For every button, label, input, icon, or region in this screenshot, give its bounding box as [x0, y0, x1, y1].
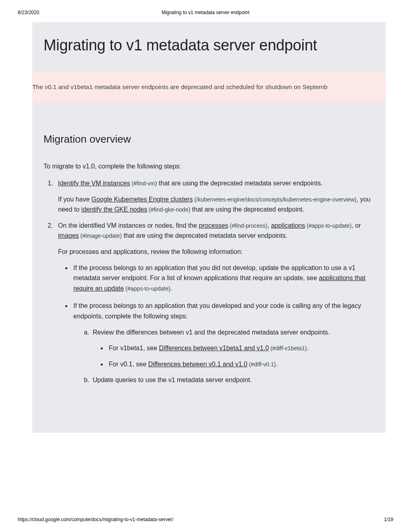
step2-bullets: If the process belongs to an application… — [58, 263, 374, 385]
b1-lead: If the process belongs to an application… — [73, 264, 355, 282]
step-1: Identify the VM instances (#find-vm) tha… — [55, 178, 374, 215]
warning-text: The v0.1 and v1beta1 metadata server end… — [32, 83, 328, 90]
ref-apps-to-update: (#apps-to-update) — [305, 222, 351, 229]
step2-tail: that are using the deprecated metadata s… — [122, 232, 287, 239]
alpha-update-text: Update queries to use the v1 metadata se… — [93, 376, 252, 383]
step1-p2-lead: If you have — [58, 196, 91, 203]
print-date: 8/23/2020 — [18, 10, 39, 15]
ref-diff-v1beta1: (#diff-v1beta1) — [269, 345, 307, 351]
bullet-not-developed: If the process belongs to an application… — [72, 263, 374, 294]
step1-tail: that are using the deprecated metadata s… — [157, 180, 323, 187]
link-applications[interactable]: applications — [271, 222, 305, 229]
alpha-review: Review the differences between v1 and th… — [91, 327, 374, 370]
ref-find-process: (#find-process) — [228, 222, 267, 229]
overview-intro: To migrate to v1.0, complete the followi… — [32, 153, 386, 172]
footer-page: 1/19 — [384, 517, 393, 522]
step2-lead: On the identified VM instances or nodes,… — [58, 222, 199, 229]
alpha-update: Update queries to use the v1 metadata se… — [91, 375, 374, 385]
diff-v1beta1: For v1beta1, see Differences between v1b… — [107, 343, 374, 353]
alpha-steps: Review the differences between v1 and th… — [73, 327, 374, 385]
ref-gke-overview: (/kubernetes-engine/docs/concepts/kubern… — [193, 196, 356, 203]
footer-url: https://cloud.google.com/compute/docs/mi… — [18, 517, 173, 522]
migration-steps-list: Identify the VM instances (#find-vm) tha… — [32, 172, 386, 385]
content-panel: Migrating to v1 metadata server endpoint… — [32, 22, 386, 433]
diff-list: For v1beta1, see Differences between v1b… — [93, 343, 374, 369]
warning-banner: ng: The v0.1 and v1beta1 metadata server… — [32, 72, 386, 103]
link-identify-gke-nodes[interactable]: identify the GKE nodes — [81, 206, 147, 213]
ref-image-update: (#image-update) — [79, 233, 122, 239]
step2-review-intro: For processes and applications, review t… — [58, 247, 374, 257]
page-title: Migrating to v1 metadata server endpoint — [32, 22, 386, 72]
link-gke-clusters[interactable]: Google Kubernetes Engine clusters — [91, 196, 193, 203]
diff-v01: For v0.1, see Differences between v0.1 a… — [107, 359, 374, 370]
ref-diff-v01: (#diff-v0.1) — [247, 361, 276, 368]
b2-lead: If the process belongs to an application… — [73, 302, 361, 320]
step1-gke-para: If you have Google Kubernetes Engine clu… — [58, 194, 374, 215]
link-identify-vm[interactable]: Identify the VM instances — [58, 180, 130, 187]
step1-tail2: that are using the deprecated endpoint. — [190, 206, 304, 213]
link-diff-v1beta1[interactable]: Differences between v1beta1 and v1.0 — [159, 345, 269, 351]
alpha-review-text: Review the differences between v1 and th… — [93, 329, 330, 336]
link-processes[interactable]: processes — [199, 222, 228, 229]
ref-find-vm: (#find-vm) — [130, 180, 157, 187]
link-images[interactable]: images — [58, 232, 79, 239]
section-overview-title: Migration overview — [32, 111, 386, 153]
link-diff-v01[interactable]: Differences between v0.1 and v1.0 — [148, 361, 247, 368]
ref-apps-to-update2: (#apps-to-update) — [124, 285, 170, 292]
step-2: On the identified VM instances or nodes,… — [55, 220, 374, 385]
print-header-title: Migrating to v1 metadata server endpoint — [162, 10, 249, 15]
bullet-you-developed: If the process belongs to an application… — [72, 301, 374, 385]
ref-find-gke-node: (#find-gke-node) — [147, 206, 190, 213]
